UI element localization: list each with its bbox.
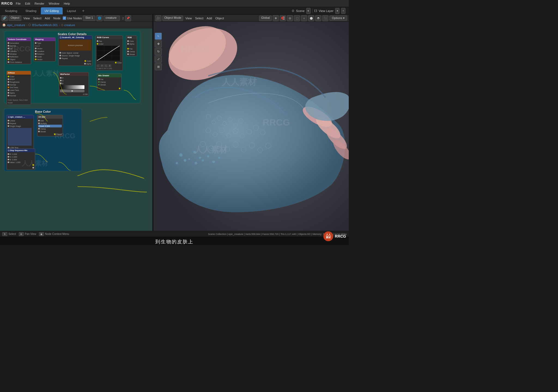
breadcrumb-item-2[interactable]: BSurfaceMesh.001 [32,23,58,27]
node-diffuse[interactable]: Diffuse Color BSDF Roughness Normal Tint… [7,71,31,105]
globe-icon[interactable]: 🌐 [96,15,102,21]
node-rgb-mix[interactable]: RGB Color Alpha Fac Clamp Streak [126,35,137,56]
node-image-texture[interactable]: ◻ Scales01_4K_Coloring texture preview C… [58,35,92,66]
pin-icon[interactable]: 📌 [125,15,131,21]
pan-label: Pan View [25,232,36,235]
viewport-view-menu[interactable]: View [184,17,193,20]
overlay-btn[interactable]: ⬚ [294,15,300,21]
object-mode-dropdown[interactable]: Object Mode [162,16,183,21]
tab-layout[interactable]: Layout [63,7,80,14]
use-nodes-label: Use Nodes [67,17,82,20]
status-context: ◉ Node Context Menu [39,232,69,236]
view-layer-dropdown[interactable]: ▾ [335,8,339,14]
svg-point-40 [195,162,197,164]
proportional-btn[interactable]: ◎ [287,15,293,21]
svg-point-48 [176,162,178,164]
scales-color-group: Scales Color Details Texture Coordinate … [4,31,140,103]
node-texture-coord[interactable]: Texture Coordinate Generated Normal UV C… [7,37,31,64]
menu-window[interactable]: Window [47,1,62,6]
transform-tool[interactable]: ⊞ [155,63,162,70]
node-editor-header: 🔗 Object View Select Add Node ✓ Use Node… [0,15,152,22]
view-layer-add[interactable]: + [341,8,345,14]
node-mix-shader[interactable]: MixFactor R G B ▶ 0.530 [59,72,89,96]
menu-edit[interactable]: Edit [23,1,32,6]
context-key: ◉ [39,232,44,236]
node-mapping[interactable]: Mapping Type Point ▾ Vector Location Rot… [34,37,56,62]
viewport-3d-panel: 🎥 Object Mode View Select Add Object Glo… [154,15,349,231]
breadcrumb-item-3[interactable]: creature [64,23,75,27]
scale-tool[interactable]: ⤢ [155,56,162,63]
render-mode-btn[interactable]: ⬛ [322,15,328,21]
object-dropdown[interactable]: Object [9,16,21,21]
scene-dropdown[interactable]: ▾ [306,8,311,14]
node-output-scales[interactable]: Mix Shader Fac Clamp Streak [97,74,122,91]
add-workspace-button[interactable]: + [80,8,86,14]
svg-point-47 [184,159,186,162]
base-color-group: Base Color ◻ epic_creature_... Linear Re… [4,109,82,171]
select-label: Select [8,232,16,235]
viewport-add-menu[interactable]: Add [206,17,213,20]
menu-render[interactable]: Render [32,1,47,6]
slot-button[interactable]: Slot 1 [83,16,95,21]
cursor-tool[interactable]: ↖ [155,33,162,40]
xray-btn[interactable]: ⟐ [301,15,307,21]
svg-point-42 [188,158,190,160]
status-bar: 🖱 Select ⊕ Pan View ◉ Node Context Menu … [0,231,349,237]
node-canvas[interactable]: Scales Color Details Texture Coordinate … [0,28,152,231]
use-nodes-checkbox[interactable]: ✓ Use Nodes [63,16,82,20]
menu-help[interactable]: Help [62,1,72,6]
tab-uv-editing[interactable]: UV Editing [41,7,63,14]
workspace-tabs: Sculpting Shading UV Editing Layout + ⚙ … [0,7,349,15]
svg-point-41 [202,159,204,161]
node-uv-add[interactable]: UV Add Add Multiply Count: 0.000 Clamp S… [37,115,63,136]
viewport-background [154,22,349,231]
svg-point-39 [199,157,201,159]
options-btn[interactable]: Options ▾ [329,16,347,21]
tab-sculpting[interactable]: Sculpting [1,7,21,14]
svg-point-38 [193,151,196,154]
node-disp-tex[interactable]: ◻ Disp Sequence Mix R: 0.000 G: 0.000 B:… [7,148,35,170]
node-tc-header: Texture Coordinate [7,38,31,41]
node-base-tex-header: ◻ epic_creature_... [7,115,34,119]
tab-shading[interactable]: Shading [22,7,40,14]
rrcg-text-logo: RRCG [335,234,346,238]
home-icon: 🏠 [2,23,6,27]
editor-type-icon[interactable]: 🔗 [2,15,8,21]
move-tool[interactable]: ✥ [155,40,162,47]
node-it-header: ◻ Scales01_4K_Coloring [59,36,92,39]
viewport-object-menu[interactable]: Object [214,17,225,20]
material-mode-btn[interactable]: ◓ [315,15,321,21]
creature-label[interactable]: creature [104,16,120,21]
viewport-type-icon[interactable]: 🎥 [155,15,161,21]
viewport-3d-canvas[interactable]: ↖ ✥ ↻ ⤢ ⊞ RRCG 人人素材 RRCG 人人素材 [154,22,349,231]
rotate-tool[interactable]: ↻ [155,48,162,55]
node-menu[interactable]: Node [52,17,62,20]
view-menu[interactable]: View [22,17,31,20]
select-key: 🖱 [2,232,7,236]
node-disp-header: ◻ Disp Sequence Mix [7,149,35,152]
node-mix-header: MixFactor [59,72,89,76]
subtitle-chinese: 到生物的皮肤上 [155,238,193,245]
snap-button[interactable]: 🧲 [280,15,286,21]
breadcrumb: 🏠 epic_creature › ⬡ BSurfaceMesh.001 › ◇… [0,22,152,28]
viewport-select-menu[interactable]: Select [194,17,205,20]
menu-file[interactable]: File [14,1,23,6]
node-mapping-header: Mapping [34,38,55,41]
svg-point-45 [218,157,220,159]
global-dropdown[interactable]: Global [259,16,272,21]
breadcrumb-item-1[interactable]: epic_creature [7,23,25,27]
main-layout: 🔗 Object View Select Add Node ✓ Use Node… [0,15,349,231]
context-label: Node Context Menu [45,232,69,235]
solid-mode-btn[interactable]: ⬤ [308,15,314,21]
breadcrumb-icon-3: ◇ [61,23,63,27]
pan-key: ⊕ [19,232,24,236]
node-rgb-curves[interactable]: RGB Curves Fac Color [96,35,123,71]
select-menu[interactable]: Select [32,17,43,20]
pivot-dropdown[interactable]: ⊕ [273,15,279,21]
breadcrumb-icon-2: ⬡ [28,23,31,27]
rrcg-logo-bottom-right: 人人素材 RRCG [323,231,346,241]
node-out-header: Mix Shader [97,74,121,77]
add-menu[interactable]: Add [44,17,51,20]
node-diff-header: Diffuse [7,71,31,75]
status-pan: ⊕ Pan View [19,232,36,236]
